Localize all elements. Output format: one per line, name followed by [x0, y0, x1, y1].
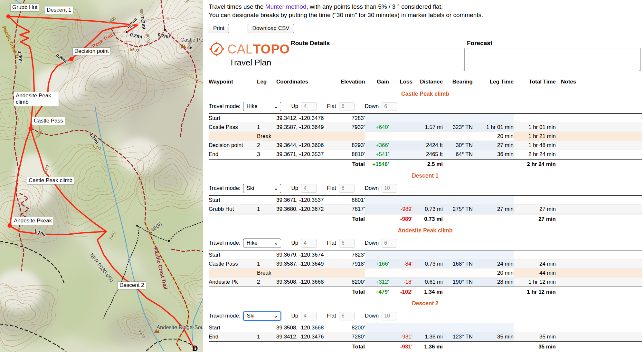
column-header-notes: Notes: [556, 79, 642, 85]
cell-distance: [412, 269, 443, 277]
cell-distance: [412, 132, 443, 141]
table-row: Castle Pass139.3587, -120.36497932'+640'…: [209, 123, 642, 132]
flat-rate-input: 6: [339, 102, 355, 111]
cell-coordinates: 39.3680, -120.3672: [276, 206, 341, 212]
cell-waypoint: Castle Pass: [209, 124, 257, 131]
total-label: Total: [341, 344, 365, 350]
download-csv-button[interactable]: Download CSV: [248, 24, 294, 33]
cell-loss: [389, 150, 412, 159]
total-label: Total: [341, 161, 365, 168]
cell-total_time: 35 min: [514, 334, 556, 340]
travel-mode-row: Travel mode:Hike⌄Up4Flat6Down6: [209, 100, 642, 114]
table-row: Start39.3412, -120.34767283': [209, 114, 642, 123]
cell-leg_time: 20 min: [473, 269, 514, 277]
cell-gain: [365, 269, 389, 277]
chevron-down-icon: ⌄: [274, 185, 278, 191]
cell-distance: 0.73 mi: [412, 205, 443, 213]
cell-distance: 0.73 mi: [412, 259, 443, 268]
table-row: Start39.3679, -120.36747823': [209, 250, 642, 259]
travel-mode-row: Travel mode:Ski⌄Up4Flat6Down10: [209, 309, 642, 323]
section-title: Descent 2: [209, 297, 642, 309]
total-row: Total-931'1.36 mi35 min: [209, 341, 642, 352]
flat-rate-input: 6: [339, 184, 355, 193]
up-rate-input: 4: [301, 239, 317, 248]
cell-elevation: 8200': [341, 325, 365, 331]
route-details-textarea[interactable]: [291, 48, 465, 71]
contour-7600: 7600: [92, 144, 101, 151]
contour-8800: 8800: [139, 8, 145, 18]
descent-1-label: Descent 1: [45, 6, 73, 14]
total-loss: -989': [389, 216, 412, 222]
route-details-field: Route Details: [291, 40, 465, 73]
cell-leg_time: [473, 323, 514, 332]
up-rate-input: 4: [301, 312, 317, 320]
cell-distance: [412, 250, 443, 259]
cell-loss: -931': [389, 332, 412, 341]
break-row: Break20 min44 min: [209, 269, 642, 278]
munter-note: Travel times use the Munter method, with…: [209, 3, 644, 19]
column-header-bearing: Bearing: [443, 79, 473, 85]
cell-distance: 2424 ft: [412, 141, 443, 150]
travel-mode-select[interactable]: Ski⌄: [243, 184, 281, 193]
column-header-total_time: Total Time: [514, 79, 556, 85]
castle-pass-label: Castle Pass: [32, 117, 65, 125]
chevron-down-icon: ⌄: [274, 313, 278, 319]
cell-waypoint: Start: [209, 325, 257, 331]
contour-8000: 8000: [43, 165, 50, 175]
dist-0-2mi-b: 0.2mi: [140, 16, 147, 30]
cell-coordinates: 39.3508, -120.3668: [276, 279, 341, 285]
print-button[interactable]: Print: [209, 24, 229, 33]
up-rate-input: 4: [301, 184, 317, 193]
cell-gain: [365, 114, 389, 122]
cell-bearing: 168° TN: [443, 259, 473, 268]
column-header-elevation: Elevation: [341, 79, 365, 85]
cell-leg: 1: [257, 206, 276, 212]
travel-mode-select[interactable]: Hike⌄: [243, 102, 281, 111]
cell-loss: [389, 323, 412, 332]
total-total_time: 35 min: [514, 344, 556, 350]
descent-2-label: Descent 2: [118, 282, 146, 289]
pct-name-south: Pacific Crest Trail: [152, 247, 168, 290]
cell-bearing: [443, 196, 473, 204]
cell-waypoint: Grubb Hut: [209, 206, 257, 212]
cell-coordinates: 39.3679, -120.3674: [276, 252, 341, 258]
total-distance: 1.36 mi: [412, 344, 443, 350]
column-header-leg_time: Leg Time: [473, 79, 514, 85]
topo-map[interactable]: D Grubb HutDescent 1Decision pointAndesi…: [0, 0, 203, 352]
cell-leg_time: 27 min: [473, 141, 514, 150]
cell-leg_time: 36 min: [473, 150, 514, 159]
column-header-gain: Gain: [365, 79, 389, 85]
cell-leg: 1: [257, 334, 276, 340]
travel-mode-label: Travel mode:: [209, 240, 241, 246]
forecast-textarea[interactable]: [467, 48, 641, 71]
total-row: Total+1546'2.5 mi2 hr 24 min: [209, 159, 642, 169]
travel-mode-select[interactable]: Ski⌄: [243, 311, 281, 321]
cell-elevation: 8293': [341, 142, 365, 149]
cell-total_time: 24 min: [514, 261, 556, 267]
cell-leg: Break: [257, 133, 276, 140]
map-labels-layer: Grubb HutDescent 1Decision pointAndesite…: [0, 0, 203, 352]
cell-distance: 1.57 mi: [412, 123, 443, 132]
contour-7800: 7800: [35, 129, 44, 139]
contour-8400: 8400: [107, 16, 117, 25]
travel-mode-select[interactable]: Hike⌄: [243, 239, 281, 248]
cell-gain: [365, 332, 389, 341]
down-rate-label: Down: [365, 313, 379, 319]
cell-total_time: 1 hr 48 min: [514, 142, 556, 149]
cell-waypoint: End: [209, 151, 257, 158]
munter-method-link[interactable]: Munter method: [265, 3, 307, 10]
cell-gain: +366': [365, 141, 389, 150]
table-row: End139.3412, -120.34767280'-931'1.36 mi1…: [209, 332, 642, 341]
cell-waypoint: Start: [209, 197, 257, 203]
note-line1-pre: Travel times use the: [209, 3, 265, 10]
chevron-down-icon: ⌄: [274, 240, 278, 246]
travel-mode-label: Travel mode:: [209, 313, 241, 319]
cell-leg_time: [473, 250, 514, 259]
cell-coordinates: 39.3587, -120.3649: [276, 124, 341, 131]
dist-1-1mi-b: 1.1mi: [89, 132, 100, 145]
total-loss: -102': [389, 289, 412, 295]
cell-leg_time: 24 min: [473, 259, 514, 268]
cell-coordinates: 39.3587, -120.3649: [276, 261, 341, 267]
travel-mode-row: Travel mode:Ski⌄Up4Flat6Down10: [209, 181, 642, 196]
cell-bearing: 30° TN: [443, 141, 473, 150]
